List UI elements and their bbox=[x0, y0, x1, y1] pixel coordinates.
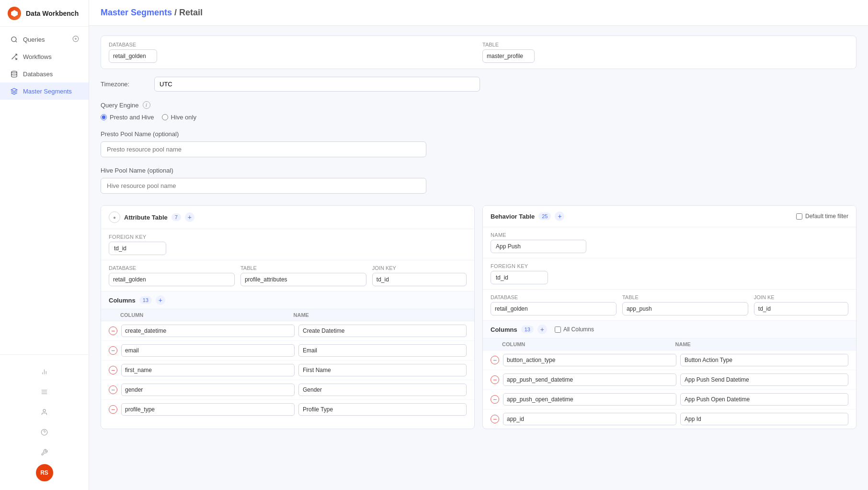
table-row: − button_action_type bbox=[483, 350, 856, 370]
beh-join-key-select[interactable]: td_id bbox=[754, 302, 848, 315]
beh-table-label: Table bbox=[622, 294, 748, 300]
add-attribute-table-btn[interactable]: + bbox=[185, 212, 194, 222]
sidebar-bottom: RS bbox=[0, 354, 89, 490]
col-select-profile-type[interactable]: profile_type bbox=[121, 403, 295, 416]
page-header: Master Segments / Retail bbox=[89, 0, 868, 26]
radio-hive-only[interactable]: Hive only bbox=[162, 114, 196, 121]
col-name-first-name[interactable] bbox=[298, 364, 467, 376]
behavior-name-input[interactable] bbox=[491, 240, 586, 253]
sidebar-item-queries[interactable]: Queries bbox=[0, 31, 89, 48]
all-columns-label: All Columns bbox=[563, 326, 594, 333]
col-name-gender[interactable] bbox=[298, 384, 467, 396]
beh-columns-label: Columns bbox=[491, 326, 517, 333]
sidebar-item-databases[interactable]: Databases bbox=[0, 65, 89, 82]
breadcrumb-separator: / bbox=[174, 8, 179, 17]
beh-col-select-app-push-open[interactable]: app_push_open_datetime bbox=[503, 393, 676, 406]
user-avatar[interactable]: RS bbox=[36, 464, 53, 481]
table-row: − app_id bbox=[483, 409, 856, 429]
add-attr-column-btn[interactable]: + bbox=[156, 295, 165, 305]
attr-fk-label: Foreign Key bbox=[109, 234, 467, 240]
breadcrumb: Master Segments / Retail bbox=[101, 8, 857, 18]
attr-table-label: Table bbox=[240, 265, 366, 271]
database-icon bbox=[10, 70, 18, 78]
remove-beh-col-btn[interactable]: − bbox=[491, 356, 499, 364]
query-engine-info-icon[interactable]: i bbox=[143, 101, 150, 109]
breadcrumb-parent[interactable]: Master Segments bbox=[101, 8, 172, 17]
query-engine-radio-group: Presto and Hive Hive only bbox=[101, 114, 857, 121]
col-name-profile-type[interactable] bbox=[298, 403, 467, 416]
beh-col-name-app-id[interactable] bbox=[680, 413, 848, 425]
top-database-select[interactable]: retail_golden bbox=[109, 49, 157, 63]
behavior-columns-list: − button_action_type − app_push_send_dat… bbox=[483, 350, 856, 429]
table-row: − gender bbox=[101, 380, 474, 400]
attr-join-key-select[interactable]: td_id bbox=[372, 273, 467, 286]
layers-icon bbox=[10, 87, 18, 95]
menu-icon-btn[interactable] bbox=[36, 384, 53, 400]
remove-col-btn[interactable]: − bbox=[109, 327, 117, 335]
remove-beh-col-btn[interactable]: − bbox=[491, 415, 499, 423]
beh-col-header-column: Column bbox=[502, 341, 675, 347]
col-name-create-datetime[interactable] bbox=[298, 325, 467, 337]
beh-col-select-button-action-type[interactable]: button_action_type bbox=[503, 354, 676, 366]
default-time-filter-label: Default time filter bbox=[805, 213, 848, 220]
beh-col-select-app-id[interactable]: app_id bbox=[503, 413, 676, 425]
sidebar-item-workflows[interactable]: Workflows bbox=[0, 48, 89, 65]
add-behavior-table-btn[interactable]: + bbox=[555, 211, 564, 221]
svg-marker-9 bbox=[11, 88, 17, 91]
beh-fk-select[interactable]: td_id bbox=[491, 271, 548, 284]
attr-fk-select[interactable]: td_id bbox=[109, 242, 166, 255]
add-beh-column-btn[interactable]: + bbox=[537, 325, 547, 334]
help-icon[interactable] bbox=[36, 424, 53, 440]
presto-pool-input[interactable] bbox=[101, 141, 426, 157]
beh-col-name-button-action-type[interactable] bbox=[680, 354, 848, 366]
workflows-icon bbox=[10, 52, 18, 61]
timezone-select[interactable]: UTC bbox=[154, 77, 480, 92]
col-select-create-datetime[interactable]: create_datetime bbox=[121, 325, 295, 337]
beh-col-name-app-push-open[interactable] bbox=[680, 393, 848, 406]
remove-col-btn[interactable]: − bbox=[109, 346, 117, 355]
attr-db-select[interactable]: retail_golden bbox=[109, 273, 235, 286]
default-time-filter-checkbox[interactable] bbox=[796, 213, 802, 220]
add-query-icon[interactable] bbox=[72, 35, 79, 44]
radio-presto-hive[interactable]: Presto and Hive bbox=[101, 114, 154, 121]
remove-beh-col-btn[interactable]: − bbox=[491, 375, 499, 384]
search-icon bbox=[10, 35, 18, 44]
beh-table-select[interactable]: app_push bbox=[622, 302, 748, 315]
top-table-select[interactable]: master_profile bbox=[482, 49, 535, 63]
top-database-label: Database bbox=[109, 42, 475, 47]
all-columns-checkbox[interactable] bbox=[555, 327, 561, 333]
col-name-email[interactable] bbox=[298, 344, 467, 357]
behavior-table-panel: Behavior Table 25 + Default time filter … bbox=[482, 205, 857, 429]
remove-col-btn[interactable]: − bbox=[109, 385, 117, 394]
col-select-email[interactable]: email bbox=[121, 344, 295, 357]
sidebar-item-master-segments[interactable]: Master Segments bbox=[0, 82, 89, 100]
app-logo bbox=[8, 7, 21, 20]
sidebar-nav: Queries Workflows Databases bbox=[0, 27, 89, 354]
attribute-table-title: Attribute Table bbox=[124, 214, 168, 221]
attr-columns-label: Columns bbox=[109, 297, 136, 304]
table-row: − profile_type bbox=[101, 400, 474, 419]
beh-col-select-app-push-send[interactable]: app_push_send_datetime bbox=[503, 373, 676, 386]
svg-line-2 bbox=[15, 41, 17, 42]
beh-col-name-app-push-send[interactable] bbox=[680, 373, 848, 386]
beh-col-header-name: Name bbox=[675, 341, 849, 347]
col-select-gender[interactable]: gender bbox=[121, 384, 295, 396]
col-select-first-name[interactable]: first_name bbox=[121, 364, 295, 376]
attribute-table-panel: ● Attribute Table 7 + Foreign Key td_id bbox=[101, 205, 475, 429]
wrench-icon[interactable] bbox=[36, 444, 53, 460]
beh-db-select[interactable]: retail_golden bbox=[491, 302, 617, 315]
attr-table-select[interactable]: profile_attributes bbox=[240, 273, 366, 286]
remove-col-btn[interactable]: − bbox=[109, 405, 117, 414]
radio-hive-only-label: Hive only bbox=[171, 114, 196, 121]
user-profile-icon[interactable] bbox=[36, 404, 53, 420]
sidebar-item-master-segments-label: Master Segments bbox=[23, 88, 72, 95]
remove-beh-col-btn[interactable]: − bbox=[491, 395, 499, 404]
table-row: − app_push_send_datetime bbox=[483, 370, 856, 390]
remove-col-btn[interactable]: − bbox=[109, 366, 117, 374]
table-row: − app_push_open_datetime bbox=[483, 390, 856, 409]
attribute-collapse-btn[interactable]: ● bbox=[109, 211, 120, 223]
attr-col-header-name: Name bbox=[294, 312, 467, 318]
hive-pool-input[interactable] bbox=[101, 178, 426, 194]
attr-columns-badge: 13 bbox=[139, 296, 152, 304]
chart-icon-btn[interactable] bbox=[36, 363, 53, 380]
